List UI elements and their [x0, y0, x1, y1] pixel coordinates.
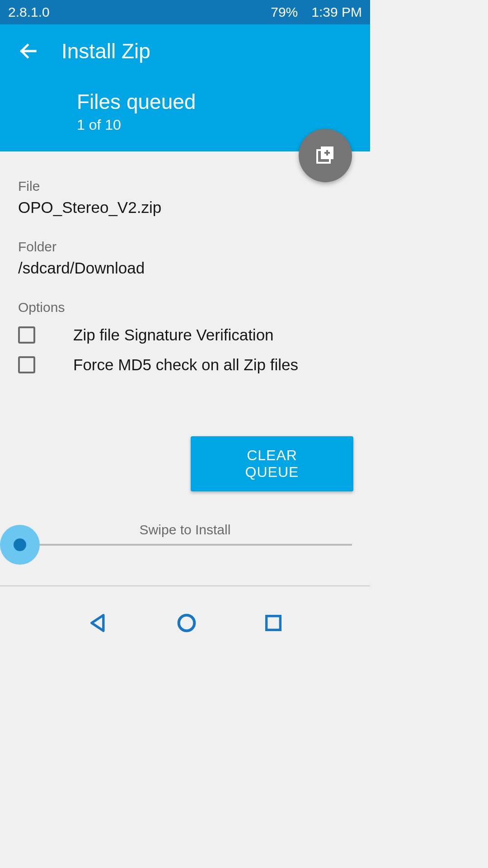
svg-point-2 [178, 615, 194, 631]
version-text: 2.8.1.0 [8, 5, 50, 20]
battery-text: 79% [271, 5, 298, 20]
file-value[interactable]: OPO_Stereo_V2.zip [18, 198, 352, 217]
queue-count: 1 of 10 [77, 117, 352, 133]
nav-recent-icon[interactable] [263, 613, 284, 635]
folder-label: Folder [18, 239, 352, 255]
add-queue-icon [314, 144, 336, 167]
nav-back-icon[interactable] [87, 611, 110, 637]
option-label: Zip file Signature Verification [73, 326, 274, 344]
add-to-queue-button[interactable] [299, 129, 352, 182]
clear-queue-button[interactable]: CLEAR QUEUE [191, 436, 353, 491]
queue-title: Files queued [77, 90, 352, 114]
time-text: 1:39 PM [311, 5, 362, 20]
swipe-label: Swipe to Install [140, 522, 231, 538]
page-title: Install Zip [61, 39, 150, 63]
checkbox-icon [18, 326, 35, 344]
main-content: File OPO_Stereo_V2.zip Folder /sdcard/Do… [0, 151, 370, 395]
option-signature-verification[interactable]: Zip file Signature Verification [18, 326, 352, 344]
nav-bar [0, 601, 370, 646]
file-label: File [18, 179, 352, 194]
svg-rect-3 [266, 616, 280, 630]
status-bar: 2.8.1.0 79% 1:39 PM [0, 0, 370, 24]
option-label: Force MD5 check on all Zip files [73, 356, 298, 374]
back-arrow-icon[interactable] [18, 41, 39, 61]
checkbox-icon [18, 356, 35, 373]
divider [0, 585, 370, 586]
slider-thumb[interactable] [0, 525, 40, 565]
option-md5-check[interactable]: Force MD5 check on all Zip files [18, 356, 352, 374]
nav-home-icon[interactable] [175, 611, 198, 637]
slider-track [18, 544, 352, 546]
folder-value[interactable]: /sdcard/Download [18, 259, 352, 277]
options-heading: Options [18, 300, 352, 315]
swipe-to-install[interactable]: Swipe to Install [18, 522, 352, 546]
